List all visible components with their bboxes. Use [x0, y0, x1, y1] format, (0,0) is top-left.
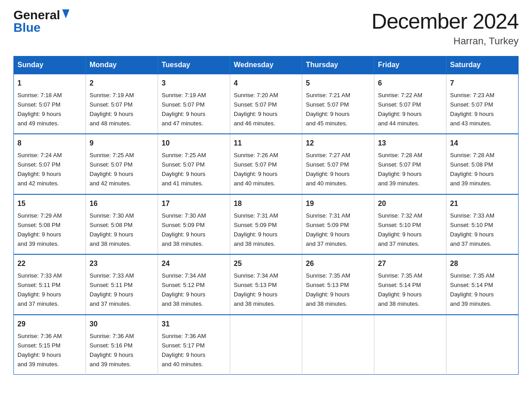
- calendar-day-cell: 16 Sunrise: 7:30 AMSunset: 5:08 PMDaylig…: [86, 194, 158, 254]
- day-number: 9: [90, 138, 154, 149]
- calendar-day-cell: 8 Sunrise: 7:24 AMSunset: 5:07 PMDayligh…: [14, 134, 86, 194]
- day-info: Sunrise: 7:24 AMSunset: 5:07 PMDaylight:…: [17, 152, 62, 187]
- day-number: 21: [450, 198, 515, 210]
- day-number: 7: [450, 78, 515, 89]
- day-info: Sunrise: 7:35 AMSunset: 5:14 PMDaylight:…: [378, 272, 422, 307]
- calendar-day-cell: 24 Sunrise: 7:34 AMSunset: 5:12 PMDaylig…: [158, 254, 230, 314]
- calendar-day-cell: 21 Sunrise: 7:33 AMSunset: 5:10 PMDaylig…: [446, 194, 519, 254]
- logo-triangle-icon: [62, 9, 70, 21]
- day-info: Sunrise: 7:36 AMSunset: 5:17 PMDaylight:…: [162, 333, 206, 368]
- calendar-day-cell: 30 Sunrise: 7:36 AMSunset: 5:16 PMDaylig…: [86, 315, 158, 375]
- page-title: December 2024: [371, 9, 519, 34]
- day-number: 19: [306, 198, 370, 210]
- day-info: Sunrise: 7:32 AMSunset: 5:10 PMDaylight:…: [378, 212, 422, 247]
- day-number: 11: [234, 138, 298, 149]
- logo: General Blue: [13, 9, 70, 34]
- day-info: Sunrise: 7:30 AMSunset: 5:09 PMDaylight:…: [162, 212, 206, 247]
- calendar-week-row: 15 Sunrise: 7:29 AMSunset: 5:08 PMDaylig…: [14, 194, 519, 254]
- day-info: Sunrise: 7:33 AMSunset: 5:11 PMDaylight:…: [17, 272, 62, 307]
- day-number: 1: [17, 78, 82, 89]
- calendar-day-cell: 3 Sunrise: 7:19 AMSunset: 5:07 PMDayligh…: [158, 74, 230, 134]
- calendar-day-cell: 31 Sunrise: 7:36 AMSunset: 5:17 PMDaylig…: [158, 315, 230, 375]
- day-number: 30: [90, 319, 154, 330]
- calendar-day-header-tuesday: Tuesday: [158, 56, 230, 74]
- day-info: Sunrise: 7:28 AMSunset: 5:08 PMDaylight:…: [450, 152, 494, 187]
- day-number: 16: [90, 198, 154, 210]
- calendar-day-cell: 25 Sunrise: 7:34 AMSunset: 5:13 PMDaylig…: [230, 254, 302, 314]
- day-number: 23: [90, 258, 154, 270]
- day-info: Sunrise: 7:25 AMSunset: 5:07 PMDaylight:…: [162, 152, 206, 187]
- day-number: 24: [162, 258, 226, 270]
- day-info: Sunrise: 7:30 AMSunset: 5:08 PMDaylight:…: [90, 212, 134, 247]
- title-block: December 2024 Harran, Turkey: [371, 9, 519, 47]
- day-number: 26: [306, 258, 370, 270]
- day-number: 22: [17, 258, 82, 270]
- calendar-empty-cell: [446, 315, 519, 375]
- calendar-day-cell: 2 Sunrise: 7:19 AMSunset: 5:07 PMDayligh…: [86, 74, 158, 134]
- day-info: Sunrise: 7:34 AMSunset: 5:12 PMDaylight:…: [162, 272, 206, 307]
- calendar-day-cell: 6 Sunrise: 7:22 AMSunset: 5:07 PMDayligh…: [374, 74, 446, 134]
- calendar-table: SundayMondayTuesdayWednesdayThursdayFrid…: [13, 56, 519, 375]
- calendar-day-header-thursday: Thursday: [302, 56, 374, 74]
- day-number: 12: [306, 138, 370, 149]
- calendar-empty-cell: [230, 315, 302, 375]
- calendar-day-cell: 7 Sunrise: 7:23 AMSunset: 5:07 PMDayligh…: [446, 74, 519, 134]
- calendar-day-cell: 14 Sunrise: 7:28 AMSunset: 5:08 PMDaylig…: [446, 134, 519, 194]
- day-info: Sunrise: 7:22 AMSunset: 5:07 PMDaylight:…: [378, 92, 422, 127]
- calendar-week-row: 22 Sunrise: 7:33 AMSunset: 5:11 PMDaylig…: [14, 254, 519, 314]
- day-number: 25: [234, 258, 298, 270]
- calendar-week-row: 8 Sunrise: 7:24 AMSunset: 5:07 PMDayligh…: [14, 134, 519, 194]
- day-info: Sunrise: 7:33 AMSunset: 5:10 PMDaylight:…: [450, 212, 494, 247]
- calendar-week-row: 29 Sunrise: 7:36 AMSunset: 5:15 PMDaylig…: [14, 315, 519, 375]
- calendar-day-cell: 22 Sunrise: 7:33 AMSunset: 5:11 PMDaylig…: [14, 254, 86, 314]
- calendar-day-cell: 9 Sunrise: 7:25 AMSunset: 5:07 PMDayligh…: [86, 134, 158, 194]
- day-info: Sunrise: 7:19 AMSunset: 5:07 PMDaylight:…: [90, 92, 134, 127]
- calendar-day-cell: 18 Sunrise: 7:31 AMSunset: 5:09 PMDaylig…: [230, 194, 302, 254]
- day-info: Sunrise: 7:33 AMSunset: 5:11 PMDaylight:…: [90, 272, 134, 307]
- day-number: 14: [450, 138, 515, 149]
- calendar-day-cell: 20 Sunrise: 7:32 AMSunset: 5:10 PMDaylig…: [374, 194, 446, 254]
- page-header: General Blue December 2024 Harran, Turke…: [13, 9, 519, 47]
- calendar-day-cell: 29 Sunrise: 7:36 AMSunset: 5:15 PMDaylig…: [14, 315, 86, 375]
- day-info: Sunrise: 7:35 AMSunset: 5:13 PMDaylight:…: [306, 272, 350, 307]
- day-info: Sunrise: 7:21 AMSunset: 5:07 PMDaylight:…: [306, 92, 350, 127]
- logo-blue-text: Blue: [13, 21, 41, 34]
- day-info: Sunrise: 7:36 AMSunset: 5:15 PMDaylight:…: [17, 333, 62, 368]
- day-number: 2: [90, 78, 154, 89]
- day-info: Sunrise: 7:27 AMSunset: 5:07 PMDaylight:…: [306, 152, 350, 187]
- day-info: Sunrise: 7:31 AMSunset: 5:09 PMDaylight:…: [306, 212, 350, 247]
- day-info: Sunrise: 7:23 AMSunset: 5:07 PMDaylight:…: [450, 92, 494, 127]
- calendar-week-row: 1 Sunrise: 7:18 AMSunset: 5:07 PMDayligh…: [14, 74, 519, 134]
- calendar-day-cell: 27 Sunrise: 7:35 AMSunset: 5:14 PMDaylig…: [374, 254, 446, 314]
- day-number: 31: [162, 319, 226, 330]
- day-info: Sunrise: 7:35 AMSunset: 5:14 PMDaylight:…: [450, 272, 494, 307]
- calendar-day-header-saturday: Saturday: [446, 56, 519, 74]
- day-number: 18: [234, 198, 298, 210]
- day-number: 28: [450, 258, 515, 270]
- day-info: Sunrise: 7:34 AMSunset: 5:13 PMDaylight:…: [234, 272, 278, 307]
- calendar-day-cell: 19 Sunrise: 7:31 AMSunset: 5:09 PMDaylig…: [302, 194, 374, 254]
- day-number: 17: [162, 198, 226, 210]
- day-number: 20: [378, 198, 442, 210]
- day-info: Sunrise: 7:19 AMSunset: 5:07 PMDaylight:…: [162, 92, 206, 127]
- day-number: 8: [17, 138, 82, 149]
- day-number: 5: [306, 78, 370, 89]
- day-info: Sunrise: 7:29 AMSunset: 5:08 PMDaylight:…: [17, 212, 62, 247]
- calendar-day-header-friday: Friday: [374, 56, 446, 74]
- calendar-day-cell: 5 Sunrise: 7:21 AMSunset: 5:07 PMDayligh…: [302, 74, 374, 134]
- calendar-day-cell: 1 Sunrise: 7:18 AMSunset: 5:07 PMDayligh…: [14, 74, 86, 134]
- calendar-empty-cell: [302, 315, 374, 375]
- day-number: 4: [234, 78, 298, 89]
- day-number: 15: [17, 198, 82, 210]
- day-number: 6: [378, 78, 442, 89]
- day-number: 29: [17, 319, 82, 330]
- day-number: 27: [378, 258, 442, 270]
- calendar-empty-cell: [374, 315, 446, 375]
- calendar-day-cell: 11 Sunrise: 7:26 AMSunset: 5:07 PMDaylig…: [230, 134, 302, 194]
- page-subtitle: Harran, Turkey: [371, 35, 519, 47]
- calendar-day-cell: 23 Sunrise: 7:33 AMSunset: 5:11 PMDaylig…: [86, 254, 158, 314]
- day-info: Sunrise: 7:36 AMSunset: 5:16 PMDaylight:…: [90, 333, 134, 368]
- calendar-day-cell: 17 Sunrise: 7:30 AMSunset: 5:09 PMDaylig…: [158, 194, 230, 254]
- day-info: Sunrise: 7:31 AMSunset: 5:09 PMDaylight:…: [234, 212, 278, 247]
- calendar-day-header-monday: Monday: [86, 56, 158, 74]
